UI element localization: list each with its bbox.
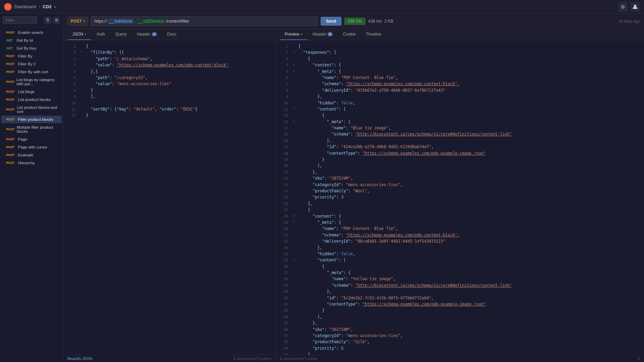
sidebar-item[interactable]: POST Example xyxy=(1,151,62,159)
line-number: 31 xyxy=(278,232,288,238)
sidebar-item-label: Filter By xyxy=(18,54,33,58)
json-editor[interactable]: 1 { 2 ▾ "filterBy": [{ 3 "path": "/_meta… xyxy=(63,40,275,355)
sidebar-item[interactable]: POST Page xyxy=(1,135,62,143)
line-number: 46 xyxy=(278,326,288,333)
settings-icon[interactable]: ⚙ xyxy=(618,2,628,12)
sidebar-item[interactable]: GET Get By Key xyxy=(1,44,62,52)
code-content: "filterBy": [{ xyxy=(86,49,273,55)
fold-icon xyxy=(293,93,296,100)
fold-icon[interactable]: ▾ xyxy=(293,270,296,276)
fold-icon xyxy=(293,238,296,244)
code-content: "categoryId": "mens-accessories-ties", xyxy=(298,333,641,339)
line-number: 32 xyxy=(278,238,288,244)
code-content: "productFamily": "Wool", xyxy=(298,188,641,194)
line-number: 48 xyxy=(278,339,288,345)
fold-icon xyxy=(293,150,296,156)
fold-icon[interactable]: ▾ xyxy=(80,49,84,55)
method-badge: POST xyxy=(5,161,16,165)
fold-icon[interactable]: ▾ xyxy=(293,106,296,112)
method-selector[interactable]: POST ▾ xyxy=(67,17,88,26)
sidebar-item-label: Hierarchy xyxy=(18,161,35,165)
sidebar-item[interactable]: POST List blogs xyxy=(1,88,62,95)
code-content: "responses": [ xyxy=(298,49,641,55)
beautify-button[interactable]: Beautify JSON xyxy=(67,357,92,361)
sidebar-item[interactable]: GET Get By Id xyxy=(1,37,62,44)
code-content: } xyxy=(86,112,273,118)
code-line: 7 "schema": "https://schema-examples.com… xyxy=(276,81,644,87)
tab-badge: 8 xyxy=(327,32,333,36)
sidebar-item[interactable]: POST Hierarchy xyxy=(1,159,62,167)
sidebar-item[interactable]: POST Page with cursor xyxy=(1,143,62,151)
tab-label: Query xyxy=(115,32,127,37)
code-content: } xyxy=(298,307,641,313)
right-tab-preview[interactable]: Preview▾ xyxy=(280,29,307,40)
code-content: }, xyxy=(298,138,641,144)
fold-icon xyxy=(293,43,296,49)
sidebar-item[interactable]: POST Filter product blocks xyxy=(1,116,62,123)
fold-icon[interactable]: ▾ xyxy=(293,119,296,125)
tab-header[interactable]: Header3 xyxy=(132,29,161,40)
main-layout: ⇅ ⚙ POST Enable search GET Get By Id GET… xyxy=(0,14,644,362)
code-line: 19 } xyxy=(276,156,644,163)
code-line: 5 },{ xyxy=(63,68,275,75)
send-button[interactable]: Send xyxy=(321,17,342,26)
line-number: 34 xyxy=(278,251,288,257)
dashboard-link[interactable]: Dashboard xyxy=(14,4,36,9)
sidebar-item[interactable]: POST Filter By xyxy=(1,52,62,60)
line-number: 29 xyxy=(278,219,288,225)
fold-icon[interactable]: ▾ xyxy=(293,219,296,225)
user-avatar-icon[interactable] xyxy=(630,2,640,12)
right-tab-header[interactable]: Header8 xyxy=(308,29,337,40)
line-number: 20 xyxy=(278,163,288,169)
code-content: "deliveryId": "86ca6b81-2d8f-44b2-b4d5-1… xyxy=(298,238,641,244)
right-tab-cookie[interactable]: Cookie xyxy=(338,29,360,40)
sidebar-item[interactable]: POST List product blocks and sort xyxy=(1,104,62,115)
method-badge: POST xyxy=(5,117,16,121)
sidebar-item-label: List blogs by category with par... xyxy=(16,78,58,86)
line-number: 1 xyxy=(278,43,288,49)
code-content: "hidden": false, xyxy=(298,100,641,106)
sidebar-item[interactable]: POST Filter By with sort xyxy=(1,68,62,76)
fold-icon[interactable]: ▾ xyxy=(293,49,296,55)
tab-json[interactable]: JSON▾ xyxy=(67,29,91,40)
url-dot: . xyxy=(134,19,135,24)
code-line: 11 ▾ "content": [ xyxy=(276,106,644,112)
tab-auth[interactable]: Auth xyxy=(92,29,110,40)
fold-icon[interactable]: ▾ xyxy=(293,257,296,263)
sidebar-item[interactable]: POST Enable search xyxy=(1,29,62,36)
fold-icon xyxy=(293,339,296,345)
right-tab-timeline[interactable]: Timeline xyxy=(361,29,386,40)
sidebar-item[interactable]: POST Multiple filter product blocks xyxy=(1,124,62,135)
right-bottom-bar: $.store.books[*].author ⬆ xyxy=(276,355,644,362)
tab-query[interactable]: Query xyxy=(111,29,132,40)
code-content: }, xyxy=(298,169,641,175)
chevron-down-icon[interactable]: ▾ xyxy=(54,5,56,9)
code-line: 48 "productFamily": "Silk", xyxy=(276,339,644,345)
code-content: "sku": "382734M", xyxy=(298,326,641,333)
scroll-indicator: ⬆ xyxy=(637,357,640,361)
fold-icon xyxy=(293,307,296,313)
sidebar-header: ⇅ ⚙ xyxy=(0,14,63,27)
fold-icon[interactable]: ▾ xyxy=(293,213,296,219)
project-label[interactable]: CD2 xyxy=(42,4,51,9)
code-content: "name": "Blue tie image", xyxy=(298,125,641,131)
fold-icon xyxy=(80,87,84,93)
filter-input[interactable] xyxy=(3,16,37,24)
line-number: 42 xyxy=(278,301,288,307)
code-line: 28 ▾ "content": { xyxy=(276,213,644,219)
method-badge: POST xyxy=(5,127,15,131)
settings-cog-icon[interactable]: ⚙ xyxy=(53,16,60,24)
code-line: 35 ▾ "content": [ xyxy=(276,257,644,263)
fold-icon[interactable]: ▾ xyxy=(293,62,296,68)
sidebar-item[interactable]: POST Filter By 2 xyxy=(1,60,62,68)
fold-icon[interactable]: ▾ xyxy=(293,68,296,75)
sidebar-item[interactable]: POST List product blocks xyxy=(1,96,62,103)
line-number: 7 xyxy=(278,81,288,87)
sidebar-item[interactable]: POST List blogs by category with par... xyxy=(1,76,62,88)
code-line: 1 { xyxy=(276,43,644,49)
fold-icon xyxy=(293,263,296,270)
code-content: "productFamily": "Silk", xyxy=(298,339,641,345)
sort-icon[interactable]: ⇅ xyxy=(44,16,51,24)
line-number: 22 xyxy=(278,175,288,181)
tab-docs[interactable]: Docs xyxy=(162,29,181,40)
